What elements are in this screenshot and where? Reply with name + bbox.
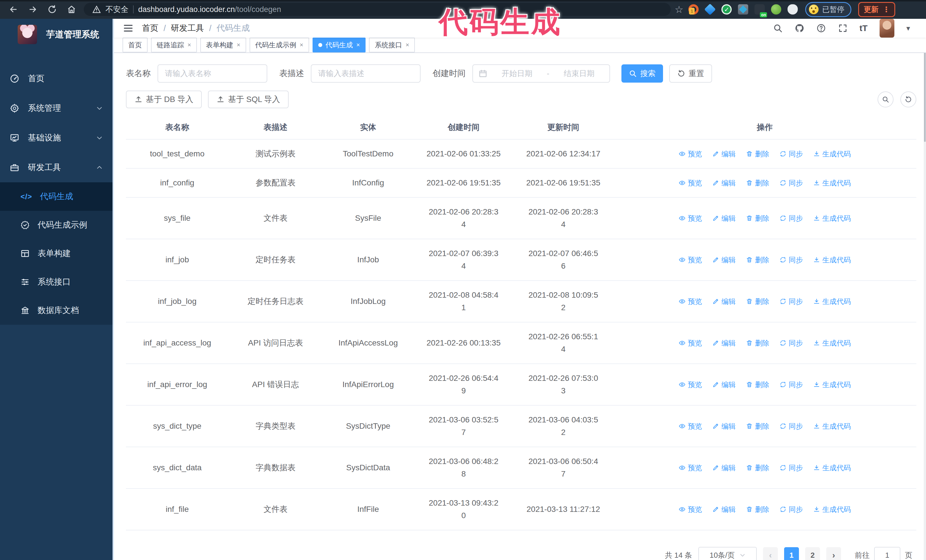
- generate-code-link[interactable]: 生成代码: [813, 337, 851, 349]
- preview-link[interactable]: 预览: [679, 420, 702, 432]
- tab-system-api[interactable]: 系统接口×: [369, 38, 415, 53]
- delete-link[interactable]: 删除: [746, 462, 769, 474]
- goto-page-input[interactable]: [874, 547, 900, 560]
- extension-check-icon[interactable]: ✓: [722, 4, 732, 15]
- bookmark-star-icon[interactable]: ☆: [675, 4, 683, 15]
- edit-link[interactable]: 编辑: [712, 295, 736, 308]
- sync-link[interactable]: 同步: [779, 212, 803, 225]
- delete-link[interactable]: 删除: [746, 212, 769, 225]
- update-button[interactable]: 更新 ⋮: [858, 2, 895, 17]
- delete-link[interactable]: 删除: [746, 503, 769, 516]
- close-icon[interactable]: ×: [237, 41, 241, 49]
- table-name-input[interactable]: [157, 64, 267, 83]
- extension-gem-icon[interactable]: [704, 4, 716, 15]
- sidebar-item-system-api[interactable]: 系统接口: [0, 268, 112, 296]
- preview-link[interactable]: 预览: [679, 295, 702, 308]
- edit-link[interactable]: 编辑: [712, 254, 736, 266]
- extension-bot-icon[interactable]: [771, 4, 781, 15]
- sync-link[interactable]: 同步: [779, 148, 803, 160]
- text-size-icon[interactable]: tT: [859, 23, 868, 33]
- sidebar-item-infrastructure[interactable]: 基础设施: [0, 123, 112, 152]
- import-sql-button[interactable]: 基于 SQL 导入: [208, 91, 289, 108]
- sidebar-item-form-builder[interactable]: 表单构建: [0, 239, 112, 268]
- sync-link[interactable]: 同步: [779, 378, 803, 391]
- reset-button[interactable]: 重置: [669, 64, 712, 83]
- search-button[interactable]: 搜索: [622, 64, 663, 83]
- tab-home[interactable]: 首页: [123, 38, 148, 53]
- extension-dark-icon[interactable]: on: [755, 4, 765, 15]
- import-db-button[interactable]: 基于 DB 导入: [126, 91, 202, 108]
- delete-link[interactable]: 删除: [746, 177, 769, 189]
- generate-code-link[interactable]: 生成代码: [813, 212, 851, 225]
- generate-code-link[interactable]: 生成代码: [813, 295, 851, 308]
- tab-codegen-example[interactable]: 代码生成示例×: [250, 38, 309, 53]
- generate-code-link[interactable]: 生成代码: [813, 503, 851, 516]
- extension-paw-icon[interactable]: [788, 4, 798, 15]
- preview-link[interactable]: 预览: [679, 378, 702, 391]
- github-icon[interactable]: [794, 23, 804, 33]
- preview-link[interactable]: 预览: [679, 177, 702, 189]
- preview-link[interactable]: 预览: [679, 462, 702, 474]
- sidebar-item-home[interactable]: 首页: [0, 64, 112, 94]
- window-scrollbar[interactable]: [924, 19, 926, 560]
- tab-trace[interactable]: 链路追踪×: [151, 38, 197, 53]
- delete-link[interactable]: 删除: [746, 148, 769, 160]
- close-icon[interactable]: ×: [300, 41, 303, 49]
- tab-codegen[interactable]: 代码生成×: [313, 38, 366, 53]
- edit-link[interactable]: 编辑: [712, 503, 736, 516]
- toggle-search-button[interactable]: [878, 91, 894, 107]
- app-logo-row[interactable]: 芋道管理系统: [0, 19, 112, 50]
- create-time-range-picker[interactable]: 开始日期 - 结束日期: [472, 64, 610, 83]
- generate-code-link[interactable]: 生成代码: [813, 462, 851, 474]
- browser-forward-icon[interactable]: [28, 5, 38, 14]
- table-desc-input[interactable]: [311, 64, 421, 83]
- preview-link[interactable]: 预览: [679, 503, 702, 516]
- help-icon[interactable]: [816, 23, 826, 33]
- sync-link[interactable]: 同步: [779, 462, 803, 474]
- page-button-1[interactable]: 1: [784, 547, 799, 560]
- avatar[interactable]: [879, 19, 894, 38]
- sidebar-item-code-generation-example[interactable]: 代码生成示例: [0, 211, 112, 239]
- preview-link[interactable]: 预览: [679, 148, 702, 160]
- next-page-button[interactable]: ›: [826, 547, 841, 560]
- preview-link[interactable]: 预览: [679, 254, 702, 266]
- preview-link[interactable]: 预览: [679, 337, 702, 349]
- browser-back-icon[interactable]: [9, 5, 18, 14]
- breadcrumb-home[interactable]: 首页: [142, 23, 159, 34]
- sync-link[interactable]: 同步: [779, 295, 803, 308]
- delete-link[interactable]: 删除: [746, 295, 769, 308]
- generate-code-link[interactable]: 生成代码: [813, 254, 851, 266]
- prev-page-button[interactable]: ‹: [763, 547, 778, 560]
- generate-code-link[interactable]: 生成代码: [813, 378, 851, 391]
- delete-link[interactable]: 删除: [746, 337, 769, 349]
- browser-reload-icon[interactable]: [47, 5, 57, 14]
- fullscreen-icon[interactable]: [838, 23, 848, 33]
- kebab-menu-icon[interactable]: ⋮: [882, 5, 890, 14]
- search-icon[interactable]: [773, 23, 783, 33]
- page-button-2[interactable]: 2: [805, 547, 820, 560]
- edit-link[interactable]: 编辑: [712, 378, 736, 391]
- breadcrumb-dev-tools[interactable]: 研发工具: [171, 23, 204, 34]
- browser-home-icon[interactable]: [67, 5, 76, 14]
- delete-link[interactable]: 删除: [746, 378, 769, 391]
- generate-code-link[interactable]: 生成代码: [813, 177, 851, 189]
- sync-link[interactable]: 同步: [779, 420, 803, 432]
- edit-link[interactable]: 编辑: [712, 177, 736, 189]
- close-icon[interactable]: ×: [188, 41, 191, 49]
- close-icon[interactable]: ×: [356, 41, 360, 49]
- delete-link[interactable]: 删除: [746, 254, 769, 266]
- sidebar-item-dev-tools[interactable]: 研发工具: [0, 152, 112, 182]
- page-size-select[interactable]: 10条/页: [698, 547, 757, 560]
- edit-link[interactable]: 编辑: [712, 212, 736, 225]
- edit-link[interactable]: 编辑: [712, 148, 736, 160]
- sync-link[interactable]: 同步: [779, 254, 803, 266]
- sync-link[interactable]: 同步: [779, 503, 803, 516]
- tab-form-builder[interactable]: 表单构建×: [200, 38, 246, 53]
- sidebar-item-system-management[interactable]: 系统管理: [0, 94, 112, 123]
- generate-code-link[interactable]: 生成代码: [813, 420, 851, 432]
- sync-link[interactable]: 同步: [779, 337, 803, 349]
- extension-ring-icon[interactable]: 1: [688, 4, 699, 15]
- menu-fold-icon[interactable]: [123, 23, 134, 34]
- sidebar-item-database-doc[interactable]: 数据库文档: [0, 296, 112, 325]
- extension-grid-icon[interactable]: [738, 4, 748, 15]
